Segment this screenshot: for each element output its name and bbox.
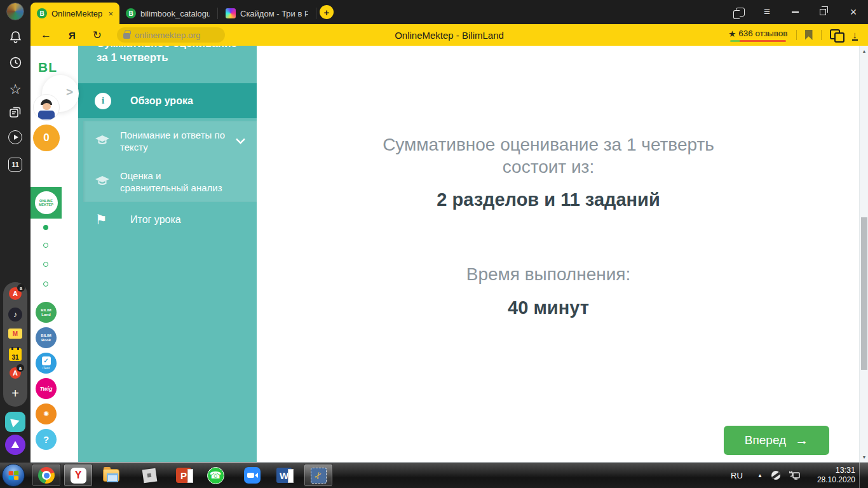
grid-badge-icon[interactable]: 11	[0, 158, 31, 172]
address-bar[interactable]: onlinemektep.org	[117, 27, 225, 43]
taskbar-chrome-button[interactable]	[32, 464, 61, 487]
points-badge[interactable]: 0	[33, 125, 60, 151]
user-avatar[interactable]	[33, 94, 60, 121]
menu-button[interactable]: ≡	[757, 0, 776, 24]
messenger-icon[interactable]	[5, 412, 25, 432]
tab-bar: B OnlineMektep - BilimLan × B bilimbook_…	[31, 0, 868, 24]
translator-a-icon: Aa	[9, 287, 22, 300]
stacked-docs-icon	[8, 105, 22, 119]
word-icon: W	[276, 468, 292, 483]
restore-button[interactable]	[813, 0, 832, 24]
minimize-button[interactable]	[785, 0, 804, 24]
progress-dot[interactable]	[43, 281, 48, 287]
bilimmedia-badge[interactable]: ✺	[36, 403, 57, 424]
help-badge[interactable]: ?	[36, 429, 57, 450]
tab-onlinemektep[interactable]: B OnlineMektep - BilimLan ×	[31, 3, 119, 24]
notifications-bell-icon[interactable]	[0, 30, 31, 44]
next-button-label: Вперед	[745, 433, 786, 447]
progress-dot-active[interactable]	[43, 225, 48, 230]
yandex-button[interactable]: Я	[69, 30, 76, 41]
bilimland-favicon: B	[126, 8, 136, 18]
taskbar-whatsapp-button[interactable]: ☎	[201, 464, 230, 487]
clock-tray[interactable]: 13:31 28.10.2020	[806, 463, 855, 488]
close-tab-icon[interactable]: ×	[108, 9, 113, 18]
bilimland-badge[interactable]: BILIMLand	[36, 302, 57, 323]
url-text: onlinemektep.org	[135, 30, 201, 40]
translator-sub-icon: a	[17, 284, 25, 292]
alice-assistant-icon[interactable]	[5, 435, 25, 455]
language-indicator[interactable]: RU	[731, 463, 743, 488]
play-icon	[8, 130, 22, 144]
tab-bilimbook[interactable]: B bilimbook_catalogue_2020	[119, 3, 216, 24]
network-icon[interactable]	[788, 463, 801, 488]
taskbar: Y P ☎ W ✂ RU ▲ 13:31 28.10.2020	[0, 463, 868, 488]
collections-icon[interactable]	[0, 105, 31, 119]
close-button[interactable]: ×	[844, 0, 863, 24]
translator-a-icon: Aa	[10, 367, 21, 379]
profile-site-icon[interactable]	[0, 3, 31, 20]
tab-panel-icon[interactable]	[731, 0, 750, 24]
downloads-button[interactable]: ↓	[852, 30, 858, 41]
toolbar-divider	[796, 30, 797, 40]
bilimbook-badge[interactable]: BILIMBook	[36, 327, 57, 348]
chrome-icon	[38, 467, 55, 484]
sidebar-item-lesson-summary[interactable]: ⚑ Итог урока	[78, 202, 257, 238]
sun-icon: ✺	[43, 410, 49, 417]
music-icon[interactable]: ♪	[3, 308, 27, 322]
taskbar-zoom-button[interactable]	[238, 464, 267, 487]
roblox-icon	[142, 468, 157, 483]
bookmark-flag-icon[interactable]	[805, 30, 813, 40]
taskbar-explorer-button[interactable]	[97, 464, 126, 487]
bell-icon	[9, 30, 22, 44]
rating-bar	[730, 40, 786, 42]
show-desktop-button[interactable]	[859, 463, 868, 488]
sidebar-item-section-1[interactable]: Понимание и ответы по тексту	[83, 121, 257, 161]
new-tab-button[interactable]: +	[320, 5, 334, 19]
taskbar-roblox-button[interactable]	[135, 464, 164, 487]
back-button[interactable]: ←	[41, 29, 51, 41]
bl-logo[interactable]: BL	[38, 60, 57, 75]
extension-icon[interactable]	[830, 29, 844, 41]
reviews-count: 636 отзывов	[738, 29, 787, 38]
taskbar-yandex-browser-button[interactable]: Y	[64, 464, 93, 487]
yandex-browser-icon: Y	[71, 468, 86, 484]
video-play-icon[interactable]	[0, 130, 31, 144]
twig-badge[interactable]: Twig	[36, 378, 57, 399]
scissors-icon: ✂	[311, 468, 327, 484]
taskbar-powerpoint-button[interactable]: P	[169, 464, 198, 487]
panels-icon	[736, 8, 745, 17]
onlinemektep-logo: ONLINEMEKTEP	[35, 191, 58, 214]
mail-icon[interactable]: M	[3, 329, 27, 339]
assessment-intro-text: Суммативное оценивание за 1 четверть сос…	[370, 133, 726, 178]
translator-icon-2[interactable]: Aa	[3, 367, 27, 379]
sidebar-item-section-2[interactable]: Оценка и сравнительный анализ	[83, 161, 257, 202]
tray-utility-icon[interactable]	[771, 463, 780, 488]
browser-sidebar: ☆ 11 Aa ♪ M 31 Aa +	[0, 0, 31, 463]
next-button[interactable]: Вперед →	[724, 426, 829, 455]
itest-badge[interactable]: ✓iTest	[36, 353, 57, 374]
start-button[interactable]	[2, 464, 25, 487]
sidebar-item-lesson-overview[interactable]: i Обзор урока	[78, 83, 257, 118]
page-scrollbar[interactable]: ▲ ▼	[859, 46, 868, 463]
site-reviews-button[interactable]: ★636 отзывов	[728, 29, 787, 42]
tab-skydom[interactable]: Скайдом - Три в Ряд!	[219, 3, 315, 24]
hidden-icons-button[interactable]: ▲	[757, 463, 763, 488]
folder-icon	[103, 469, 119, 482]
translator-icon[interactable]: Aa	[3, 287, 27, 300]
sidebar-item-label: Обзор урока	[130, 95, 193, 107]
refresh-button[interactable]: ↻	[93, 29, 102, 42]
scrollbar-thumb[interactable]	[861, 217, 867, 370]
progress-dot[interactable]	[43, 262, 48, 267]
add-service-button[interactable]: +	[3, 386, 27, 401]
calendar-icon[interactable]: 31	[3, 348, 27, 361]
whatsapp-icon: ☎	[207, 467, 224, 484]
onlinemektep-tile[interactable]: ONLINEMEKTEP	[31, 187, 62, 219]
history-clock-icon[interactable]	[0, 56, 31, 69]
scroll-up-icon[interactable]: ▲	[860, 49, 868, 53]
taskbar-word-button[interactable]: W	[269, 464, 299, 487]
scroll-down-icon[interactable]: ▼	[860, 455, 868, 459]
bookmarks-star-icon[interactable]: ☆	[0, 81, 31, 98]
tray-date: 28.10.2020	[817, 475, 855, 485]
taskbar-snipping-tool-button[interactable]: ✂	[304, 464, 333, 487]
progress-dot[interactable]	[43, 243, 48, 248]
